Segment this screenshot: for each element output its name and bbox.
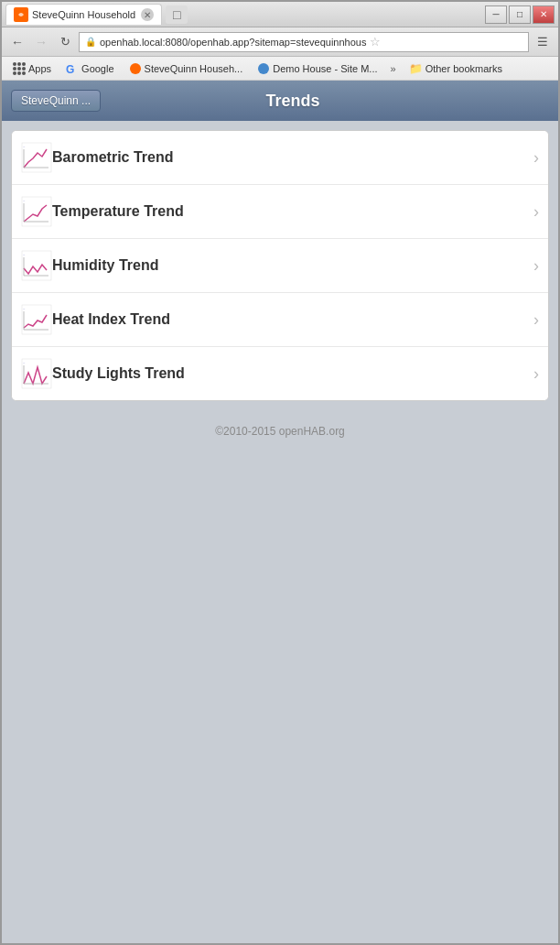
page-title: Trends	[101, 92, 485, 111]
bookmark-star-icon[interactable]: ☆	[370, 35, 381, 49]
trend-icon-humidity: ~	[21, 250, 52, 281]
maximize-button[interactable]: □	[509, 5, 531, 24]
list-item[interactable]: ~ Temperature Trend ›	[12, 185, 548, 239]
demohouse-label: Demo House - Site M...	[273, 63, 377, 74]
bookmark-apps[interactable]: Apps	[7, 60, 57, 77]
stevequinn-label: SteveQuinn Househ...	[145, 63, 243, 74]
back-button[interactable]: ←	[7, 32, 27, 52]
list-item[interactable]: ~ Barometric Trend ›	[12, 131, 548, 185]
content-area: SteveQuinn ... Trends ~ Barometric Trend…	[2, 81, 558, 943]
new-tab-button[interactable]: □	[166, 5, 188, 24]
url-text: openhab.local:8080/openhab.app?sitemap=s…	[100, 37, 366, 48]
list-item[interactable]: ~ Heat Index Trend ›	[12, 293, 548, 347]
bookmark-stevequinn[interactable]: SteveQuinn Househ...	[124, 60, 249, 77]
footer-text: ©2010-2015 openHAB.org	[215, 425, 345, 438]
bookmark-other[interactable]: 📁 Other bookmarks	[404, 60, 508, 77]
footer: ©2010-2015 openHAB.org	[2, 410, 558, 452]
tab-favicon	[14, 7, 28, 22]
temperature-trend-label: Temperature Trend	[52, 203, 533, 220]
address-bar: ← → ↻ 🔒 openhab.local:8080/openhab.app?s…	[2, 27, 558, 57]
bookmarks-bar: Apps G Google SteveQuinn Househ...	[2, 57, 558, 81]
url-bar[interactable]: 🔒 openhab.local:8080/openhab.app?sitemap…	[79, 32, 529, 52]
reload-button[interactable]: ↻	[55, 32, 75, 52]
back-nav-button[interactable]: SteveQuinn ...	[11, 90, 101, 112]
minimize-button[interactable]: ─	[485, 5, 507, 24]
svg-point-3	[258, 63, 269, 74]
window-controls: ─ □ ✕	[485, 5, 555, 24]
trend-icon-temperature: ~	[21, 196, 52, 227]
folder-icon: 📁	[409, 62, 423, 75]
study-lights-trend-label: Study Lights Trend	[52, 365, 533, 382]
window-frame: SteveQuinn Household ✕ □ ─ □ ✕ ← → ↻ 🔒 o…	[0, 0, 560, 945]
bookmark-google[interactable]: G Google	[60, 60, 119, 77]
humidity-trend-label: Humidity Trend	[52, 257, 533, 274]
trend-icon-study-lights: ~	[21, 358, 52, 389]
svg-point-2	[130, 63, 141, 74]
forward-button[interactable]: →	[31, 32, 51, 52]
tab-close-button[interactable]: ✕	[141, 8, 154, 21]
list-item[interactable]: ~ Study Lights Trend ›	[12, 347, 548, 400]
close-button[interactable]: ✕	[533, 5, 555, 24]
google-label: Google	[81, 63, 113, 74]
browser-tab[interactable]: SteveQuinn Household ✕	[5, 4, 162, 25]
stevequinn-favicon	[129, 62, 142, 75]
trend-icon-barometric: ~	[21, 142, 52, 173]
google-icon: G	[66, 62, 79, 75]
heat-index-trend-label: Heat Index Trend	[52, 311, 533, 328]
barometric-trend-label: Barometric Trend	[52, 149, 533, 166]
chevron-icon: ›	[533, 202, 539, 222]
url-lock-icon: 🔒	[85, 37, 96, 47]
chevron-icon: ›	[533, 256, 539, 276]
demohouse-favicon	[257, 62, 270, 75]
chevron-icon: ›	[533, 310, 539, 330]
app-header: SteveQuinn ... Trends	[2, 81, 558, 121]
svg-text:G: G	[66, 63, 74, 75]
list-item[interactable]: ~ Humidity Trend ›	[12, 239, 548, 293]
other-bookmarks-label: Other bookmarks	[425, 63, 502, 74]
apps-icon	[13, 62, 26, 75]
bookmark-demohouse[interactable]: Demo House - Site M...	[252, 60, 382, 77]
apps-label: Apps	[28, 63, 51, 74]
more-bookmarks-button[interactable]: »	[387, 61, 400, 76]
tab-title: SteveQuinn Household	[32, 9, 135, 20]
title-bar: SteveQuinn Household ✕ □ ─ □ ✕	[2, 2, 558, 27]
chevron-icon: ›	[533, 148, 539, 168]
browser-menu-button[interactable]: ☰	[533, 32, 553, 52]
chevron-icon: ›	[533, 364, 539, 384]
trends-list: ~ Barometric Trend › ~ Temperature Trend…	[11, 130, 549, 401]
trend-icon-heat-index: ~	[21, 304, 52, 335]
